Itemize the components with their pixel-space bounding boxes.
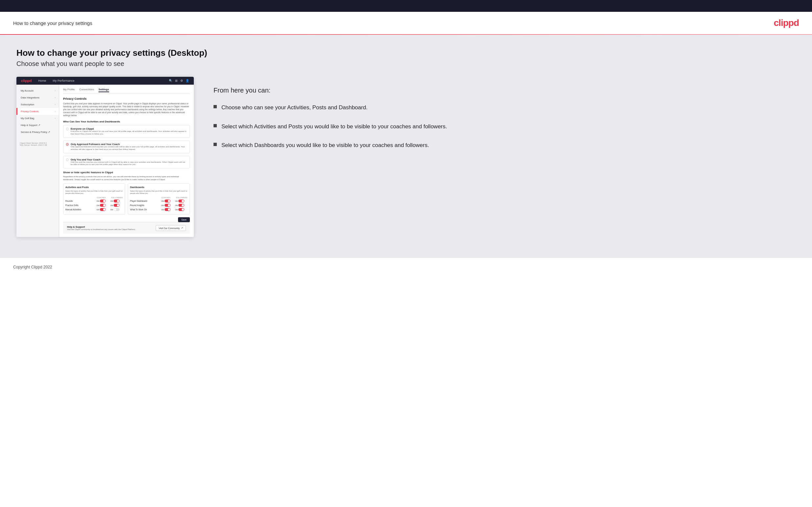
header: How to change your privacy settings clip… xyxy=(0,12,812,34)
mock-radio-only-you: Only You and Your Coach Only you and the… xyxy=(63,156,190,169)
rounds-followers-toggle xyxy=(114,200,119,203)
chevron-icon: › xyxy=(55,103,55,106)
mock-radio-label-3: Only You and Your Coach xyxy=(70,158,187,161)
footer: Copyright Clippd 2022 xyxy=(0,258,812,276)
mock-sidebar: My Account › Data Integrations › Subscri… xyxy=(16,84,59,237)
mock-toggle-what-to-work-on: What To Work On ON ON xyxy=(130,208,188,211)
mock-radio-dot-3 xyxy=(66,159,69,161)
chevron-icon: › xyxy=(55,97,55,99)
mock-dashboards-desc: Select the types of activity that you'd … xyxy=(130,190,188,194)
top-bar xyxy=(0,0,812,12)
header-title: How to change your privacy settings xyxy=(13,20,92,26)
mock-dashboards-col: Dashboards Select the types of activity … xyxy=(128,183,190,215)
mock-save-button[interactable]: Save xyxy=(178,217,190,222)
mock-radio-label-1: Everyone on Clippd xyxy=(70,127,187,130)
dash-followers-label: FOLLOWERS xyxy=(176,196,188,199)
manual-coaches-toggle xyxy=(100,208,106,211)
mock-radio-desc-1: Everyone on Clippd can search for you an… xyxy=(70,130,187,135)
what-work-coaches-toggle xyxy=(164,208,170,211)
mock-nav-home: Home xyxy=(38,79,46,82)
main-content: How to change your privacy settings (Des… xyxy=(0,35,812,258)
dash-coaches-label: COACHES xyxy=(160,196,172,199)
mock-activities-toggle-header: COACHES FOLLOWERS xyxy=(65,196,123,199)
mock-radio-dot-selected xyxy=(66,143,69,146)
chevron-icon: › xyxy=(55,110,55,113)
round-insights-followers-toggle xyxy=(179,204,184,207)
bullet-item-2: Select which Activities and Posts you wo… xyxy=(213,122,796,131)
mock-sidebar-my-account: My Account › xyxy=(16,87,59,94)
search-icon: 🔍 xyxy=(169,79,172,82)
from-here-title: From here you can: xyxy=(213,87,796,94)
mock-toggle-manual: Manual Activities ON ON xyxy=(65,208,123,211)
mock-sidebar-data-integrations: Data Integrations › xyxy=(16,94,59,101)
bullet-square-1 xyxy=(213,105,217,108)
rounds-coaches-toggle xyxy=(100,200,106,203)
what-work-followers-toggle xyxy=(179,208,184,211)
settings-icon: ⚙ xyxy=(180,79,183,82)
logo: clippd xyxy=(774,18,799,28)
mock-visit-community-button[interactable]: Visit Our Community ↗ xyxy=(156,225,186,231)
mock-radio-desc-3: Only you and the coaches you connect wit… xyxy=(70,161,187,166)
mock-toggle-player-dashboard: Player Dashboard ON ON xyxy=(130,200,188,203)
mock-sidebar-golf-bag: My Golf Bag › xyxy=(16,115,59,122)
content-row: clippd Home My Performance 🔍 ⊞ ⚙ 👤 My Ac… xyxy=(16,77,796,237)
external-link-icon: ↗ xyxy=(181,227,183,229)
mock-nav-performance: My Performance xyxy=(53,79,74,82)
bullet-text-2: Select which Activities and Posts you wo… xyxy=(221,122,447,131)
mock-sidebar-help: Help & Support ↗ xyxy=(16,122,59,129)
mock-feature-desc: Regardless of the privacy controls that … xyxy=(63,175,190,181)
mock-sidebar-subscription: Subscription › xyxy=(16,101,59,108)
coaches-label: COACHES xyxy=(95,196,107,199)
mock-radio-dot xyxy=(66,128,69,130)
mock-radio-followers: Only Approved Followers and Your Coach O… xyxy=(63,140,190,153)
mock-save-row: Save xyxy=(63,217,190,222)
followers-label: FOLLOWERS xyxy=(111,196,123,199)
bullet-text-3: Select which Dashboards you would like t… xyxy=(221,141,429,150)
bullet-square-3 xyxy=(213,143,217,146)
mock-main-panel: My Profile Connections Settings Privacy … xyxy=(59,84,194,237)
grid-icon: ⊞ xyxy=(175,79,178,82)
rounds-insights-coaches-toggle xyxy=(164,204,170,207)
mock-topbar: clippd Home My Performance 🔍 ⊞ ⚙ 👤 xyxy=(16,77,194,84)
mock-nav-icons: 🔍 ⊞ ⚙ 👤 xyxy=(169,79,189,82)
manual-followers-toggle xyxy=(114,208,119,211)
mock-help-title: Help & Support xyxy=(67,225,136,228)
bullets-section: From here you can: Choose who can see yo… xyxy=(213,77,796,160)
mock-feature-section-title: Show or hide specific features in Clippd xyxy=(63,171,190,174)
chevron-icon: › xyxy=(55,90,55,92)
mock-sidebar-privacy-controls: Privacy Controls › xyxy=(16,108,59,115)
chevron-icon: › xyxy=(55,117,55,119)
mock-radio-everyone: Everyone on Clippd Everyone on Clippd ca… xyxy=(63,125,190,138)
mock-sidebar-footer: Clippd Client Version: 2022.8.2SQL Serve… xyxy=(16,139,59,148)
mock-tab-profile: My Profile xyxy=(63,88,75,92)
practice-coaches-toggle xyxy=(100,204,106,207)
mock-body: My Account › Data Integrations › Subscri… xyxy=(16,84,194,237)
mock-tab-settings: Settings xyxy=(99,88,109,92)
mock-feature-grid: Activities and Posts Select the types of… xyxy=(63,183,190,215)
practice-followers-toggle xyxy=(114,204,119,207)
mock-section-desc: Control how you and your data appears to… xyxy=(63,102,190,117)
mock-activities-title: Activities and Posts xyxy=(65,186,123,189)
mock-activities-desc: Select the types of activity that you'd … xyxy=(65,190,123,194)
mock-visibility-title: Who Can See Your Activities and Dashboar… xyxy=(63,120,190,123)
footer-text: Copyright Clippd 2022 xyxy=(13,265,52,269)
mock-radio-label-2: Only Approved Followers and Your Coach xyxy=(70,143,187,146)
mock-logo: clippd xyxy=(21,79,32,83)
page-heading: How to change your privacy settings (Des… xyxy=(16,48,796,58)
mock-toggle-practice: Practice Drills ON ON xyxy=(65,204,123,207)
mock-radio-desc-2: Only approved followers and coaches you … xyxy=(70,146,187,151)
bullet-text-1: Choose who can see your Activities, Post… xyxy=(221,103,367,112)
mock-help-desc: Visit the Clippd community to troublesho… xyxy=(67,228,136,231)
mock-dashboards-toggle-header: COACHES FOLLOWERS xyxy=(130,196,188,199)
mock-dashboards-title: Dashboards xyxy=(130,186,188,189)
bullet-square-2 xyxy=(213,124,217,127)
mock-toggle-round-insights: Round Insights ON ON xyxy=(130,204,188,207)
bullet-item-1: Choose who can see your Activities, Post… xyxy=(213,103,796,112)
player-coaches-toggle xyxy=(164,200,170,203)
mock-sidebar-privacy-policy: Service & Privacy Policy ↗ xyxy=(16,129,59,135)
mock-activities-col: Activities and Posts Select the types of… xyxy=(63,183,125,215)
player-followers-toggle xyxy=(179,200,184,203)
mock-help-section: Help & Support Visit the Clippd communit… xyxy=(63,222,190,234)
mock-section-title: Privacy Controls xyxy=(63,97,190,100)
page-subheading: Choose what you want people to see xyxy=(16,60,796,68)
